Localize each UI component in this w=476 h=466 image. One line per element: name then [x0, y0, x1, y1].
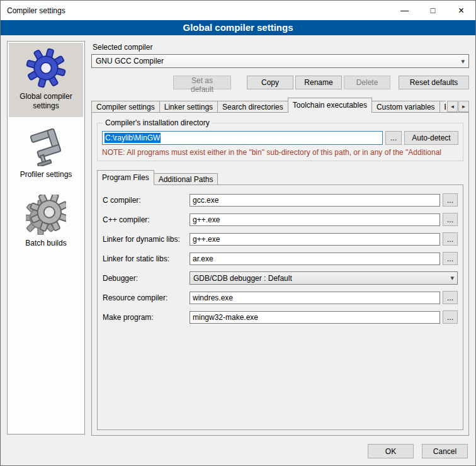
- installation-directory-row: C:\raylib\MinGW ... Auto-detect: [102, 131, 458, 145]
- sidebar-item-label: Profiler settings: [20, 170, 72, 179]
- auto-detect-button[interactable]: Auto-detect: [404, 131, 458, 145]
- installation-directory-value: C:\raylib\MinGW: [105, 133, 161, 143]
- dialog-content: Global compiler settings Profiler se: [1, 35, 475, 436]
- banner-title: Global compiler settings: [1, 20, 475, 35]
- tab-toolchain-executables[interactable]: Toolchain executables: [288, 98, 372, 113]
- browse-static-linker-button[interactable]: ...: [443, 252, 458, 265]
- form-row-dynamic-linker: Linker for dynamic libs: g++.exe ...: [103, 232, 458, 246]
- chevron-down-icon: ▾: [450, 274, 454, 282]
- field-label: C++ compiler:: [103, 215, 190, 224]
- minimize-icon[interactable]: —: [390, 1, 419, 20]
- installation-directory-group: Compiler's installation directory C:\ray…: [97, 123, 463, 161]
- form-row-debugger: Debugger: GDB/CDB debugger : Default ▾: [103, 271, 458, 285]
- field-label: Linker for static libs:: [103, 254, 190, 263]
- maximize-icon[interactable]: □: [419, 1, 447, 20]
- field-value: mingw32-make.exe: [193, 313, 258, 322]
- selected-compiler-dropdown[interactable]: GNU GCC Compiler ▾: [91, 54, 469, 68]
- window-controls: — □ ×: [390, 1, 475, 20]
- tab-scroll-right-icon[interactable]: ►: [458, 101, 469, 112]
- field-label: Debugger:: [103, 274, 190, 283]
- sidebar-item-label: Global compiler settings: [10, 92, 82, 111]
- tab-program-files[interactable]: Program Files: [97, 170, 154, 185]
- gray-gear-icon: [26, 195, 66, 235]
- debugger-value: GDB/CDB debugger : Default: [193, 274, 450, 283]
- sidebar-item-label: Batch builds: [25, 239, 66, 248]
- installation-note: NOTE: All programs must exist either in …: [102, 148, 458, 157]
- tab-linker-settings[interactable]: Linker settings: [159, 101, 218, 113]
- browse-cpp-compiler-button[interactable]: ...: [443, 213, 458, 226]
- window-title: Compiler settings: [1, 6, 390, 15]
- tab-search-directories[interactable]: Search directories: [217, 101, 288, 113]
- field-label: C compiler:: [103, 196, 190, 205]
- titlebar: Compiler settings — □ ×: [1, 1, 475, 20]
- field-value: ar.exe: [193, 254, 213, 263]
- field-value: g++.exe: [193, 235, 220, 244]
- debugger-dropdown[interactable]: GDB/CDB debugger : Default ▾: [190, 271, 458, 285]
- browse-c-compiler-button[interactable]: ...: [443, 193, 458, 207]
- cpp-compiler-input[interactable]: g++.exe: [190, 213, 440, 226]
- close-icon[interactable]: ×: [447, 1, 475, 20]
- copy-button[interactable]: Copy: [247, 76, 293, 89]
- cancel-button[interactable]: Cancel: [422, 444, 468, 458]
- tab-compiler-settings[interactable]: Compiler settings: [91, 101, 160, 113]
- tab-scroll-left-icon[interactable]: ◄: [447, 101, 458, 112]
- ok-button[interactable]: OK: [368, 444, 414, 458]
- chevron-down-icon: ▾: [457, 57, 465, 65]
- form-row-resource-compiler: Resource compiler: windres.exe ...: [103, 291, 458, 304]
- installation-directory-label: Compiler's installation directory: [103, 118, 212, 127]
- dynamic-linker-input[interactable]: g++.exe: [190, 233, 440, 246]
- toolchain-executables-panel: Compiler's installation directory C:\ray…: [91, 112, 469, 436]
- form-row-cpp-compiler: C++ compiler: g++.exe ...: [103, 213, 458, 226]
- settings-tabs: Compiler settings Linker settings Search…: [91, 98, 469, 113]
- static-linker-input[interactable]: ar.exe: [190, 253, 440, 265]
- field-value: gcc.exe: [193, 196, 218, 205]
- field-label: Linker for dynamic libs:: [103, 235, 190, 244]
- set-as-default-button[interactable]: Set as default: [173, 76, 231, 89]
- field-value: windres.exe: [193, 293, 233, 302]
- browse-dynamic-linker-button[interactable]: ...: [443, 232, 458, 246]
- c-compiler-input[interactable]: gcc.exe: [190, 194, 440, 207]
- selected-compiler-value: GNU GCC Compiler: [96, 57, 457, 65]
- rename-button[interactable]: Rename: [295, 76, 342, 89]
- installation-directory-input[interactable]: C:\raylib\MinGW: [102, 131, 383, 145]
- field-value: g++.exe: [193, 215, 220, 224]
- compiler-settings-window: Compiler settings — □ × Global compiler …: [0, 0, 476, 466]
- tab-custom-variables[interactable]: Custom variables: [371, 101, 440, 113]
- make-program-input[interactable]: mingw32-make.exe: [190, 311, 440, 324]
- sidebar-item-global-compiler-settings[interactable]: Global compiler settings: [9, 43, 83, 117]
- tab-scroll-controls: ◄ ►: [446, 101, 469, 112]
- program-subtabs: Program Files Additional Paths: [97, 170, 463, 185]
- field-label: Resource compiler:: [103, 293, 190, 302]
- clamp-icon: [26, 126, 66, 166]
- browse-directory-button[interactable]: ...: [385, 131, 402, 145]
- form-row-static-linker: Linker for static libs: ar.exe ...: [103, 252, 458, 265]
- reset-defaults-button[interactable]: Reset defaults: [399, 76, 469, 89]
- selected-compiler-label: Selected compiler: [93, 43, 469, 52]
- tab-additional-paths[interactable]: Additional Paths: [154, 173, 218, 185]
- browse-make-program-button[interactable]: ...: [443, 310, 458, 324]
- sidebar-item-batch-builds[interactable]: Batch builds: [9, 190, 83, 254]
- delete-button[interactable]: Delete: [344, 76, 390, 89]
- browse-resource-compiler-button[interactable]: ...: [443, 291, 458, 304]
- resource-compiler-input[interactable]: windres.exe: [190, 292, 440, 304]
- form-row-make-program: Make program: mingw32-make.exe ...: [103, 310, 458, 324]
- dialog-footer: OK Cancel: [1, 436, 475, 466]
- field-label: Make program:: [103, 313, 190, 322]
- sidebar-item-profiler-settings[interactable]: Profiler settings: [9, 121, 83, 186]
- main-panel: Selected compiler GNU GCC Compiler ▾ Set…: [91, 41, 469, 436]
- settings-sidebar: Global compiler settings Profiler se: [7, 41, 85, 435]
- blue-gear-icon: [26, 48, 66, 88]
- form-row-c-compiler: C compiler: gcc.exe ...: [103, 193, 458, 207]
- compiler-buttons-row: Set as default Copy Rename Delete Reset …: [91, 76, 469, 89]
- program-files-panel: C compiler: gcc.exe ... C++ compiler: g+…: [97, 185, 463, 430]
